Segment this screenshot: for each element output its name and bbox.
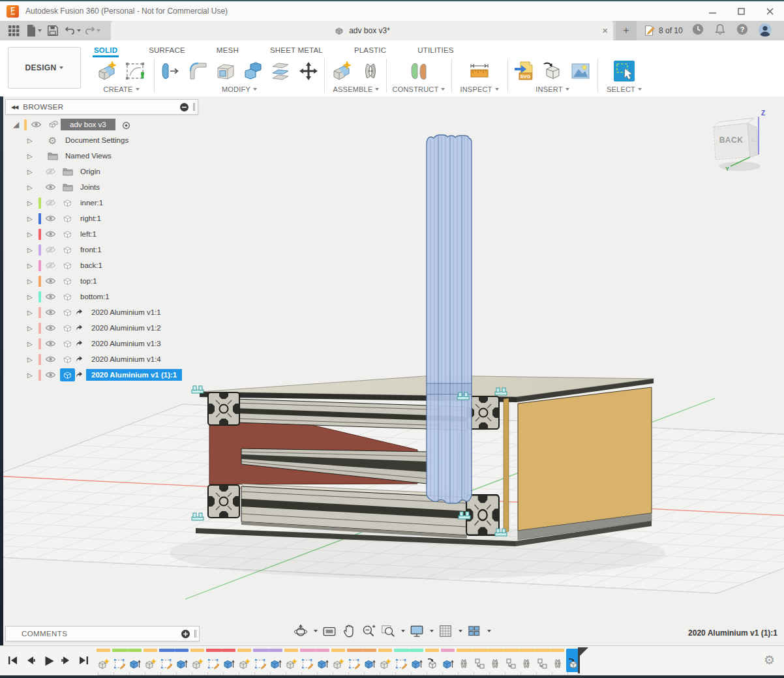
expand-closed-icon[interactable]: ▷ bbox=[27, 278, 38, 285]
timeline-feature-extrude[interactable] bbox=[269, 649, 282, 672]
timeline-feature-sketch[interactable] bbox=[159, 649, 173, 672]
shell-icon[interactable] bbox=[213, 58, 238, 84]
browser-header[interactable]: ◀◀ BROWSER bbox=[5, 99, 198, 115]
display-settings-icon[interactable] bbox=[409, 623, 425, 639]
insert-svg-icon[interactable]: SVG bbox=[511, 58, 537, 84]
fillet-icon[interactable] bbox=[185, 58, 210, 84]
go-to-start-icon[interactable] bbox=[7, 654, 20, 667]
minimize-button[interactable] bbox=[698, 2, 727, 20]
visibility-off-icon[interactable] bbox=[45, 261, 60, 269]
timeline-feature-extrude[interactable] bbox=[128, 649, 142, 672]
browser-item-label[interactable]: Document Settings bbox=[60, 134, 134, 146]
joint-icon[interactable] bbox=[357, 58, 384, 84]
workspace-switcher[interactable]: DESIGN bbox=[8, 47, 81, 89]
timeline-feature-ground[interactable] bbox=[504, 649, 517, 672]
zoom-icon[interactable] bbox=[361, 623, 376, 639]
browser-item-2020-aluminium-v1-1[interactable]: ▷2020 Aluminium v1:1 bbox=[5, 304, 198, 320]
browser-item-label[interactable]: Joints bbox=[75, 181, 105, 193]
construct-dropdown[interactable]: CONSTRUCT bbox=[390, 85, 447, 93]
timeline-feature-joint[interactable] bbox=[519, 649, 533, 672]
browser-item-label[interactable]: inner:1 bbox=[75, 197, 108, 209]
tab-surface[interactable]: SURFACE bbox=[147, 46, 187, 57]
grid-dropdown-icon[interactable] bbox=[459, 630, 462, 632]
undo-icon[interactable] bbox=[64, 22, 81, 39]
save-icon[interactable] bbox=[44, 22, 61, 39]
browser-item-label[interactable]: adv box v3 bbox=[61, 119, 115, 130]
browser-item-label[interactable]: Origin bbox=[75, 166, 106, 177]
orbit-icon[interactable] bbox=[293, 623, 309, 639]
timeline-feature-sketch[interactable] bbox=[253, 649, 267, 672]
visibility-on-icon[interactable] bbox=[45, 183, 60, 191]
panel-drag-grip[interactable] bbox=[193, 103, 195, 111]
visibility-on-icon[interactable] bbox=[45, 277, 60, 285]
timeline-playhead-flag[interactable] bbox=[580, 647, 588, 656]
browser-item-label[interactable]: 2020 Aluminium v1 (1):1 bbox=[86, 369, 182, 381]
timeline-feature-joint[interactable] bbox=[488, 649, 502, 672]
add-comment-icon[interactable] bbox=[181, 629, 190, 639]
collapse-panel-icon[interactable]: ◀◀ bbox=[11, 104, 18, 110]
browser-item-2020-aluminium-v1-3[interactable]: ▷2020 Aluminium v1:3 bbox=[5, 336, 198, 351]
timeline-feature-component[interactable] bbox=[237, 649, 251, 672]
browser-item-label[interactable]: left:1 bbox=[75, 228, 102, 240]
extrusion-cross-section[interactable] bbox=[468, 396, 499, 429]
look-at-icon[interactable] bbox=[322, 623, 337, 639]
timeline-feature-sketch[interactable] bbox=[112, 649, 126, 672]
create-dropdown[interactable]: CREATE bbox=[90, 85, 153, 93]
go-to-end-icon[interactable] bbox=[77, 654, 90, 667]
play-icon[interactable] bbox=[42, 654, 55, 667]
timeline-settings-gear-icon[interactable]: ⚙ bbox=[764, 653, 775, 668]
expand-closed-icon[interactable]: ▷ bbox=[27, 356, 38, 363]
expand-closed-icon[interactable]: ▷ bbox=[27, 199, 38, 207]
insert-dropdown[interactable]: INSERT bbox=[511, 85, 594, 93]
browser-item-top-1[interactable]: ▷top:1 bbox=[5, 273, 198, 289]
visibility-off-icon[interactable] bbox=[45, 246, 60, 254]
measure-icon[interactable] bbox=[466, 58, 492, 84]
activate-component-radio-icon[interactable] bbox=[119, 119, 134, 130]
expand-closed-icon[interactable]: ▷ bbox=[27, 153, 38, 160]
fit-icon[interactable] bbox=[380, 623, 396, 639]
panel-drag-grip[interactable] bbox=[194, 630, 196, 638]
tab-utilities[interactable]: UTILITIES bbox=[416, 46, 455, 57]
browser-item-adv-box-v3[interactable]: ◢adv box v3 bbox=[5, 117, 198, 132]
expand-closed-icon[interactable]: ▷ bbox=[27, 231, 38, 238]
modify-dropdown[interactable]: MODIFY bbox=[158, 85, 321, 93]
display-dropdown-icon[interactable] bbox=[430, 630, 434, 632]
timeline-feature-sketch[interactable] bbox=[394, 649, 408, 672]
insert-canvas-icon[interactable] bbox=[568, 58, 594, 84]
timeline-feature-sketch[interactable] bbox=[300, 649, 314, 672]
timeline-feature-extrude[interactable] bbox=[441, 649, 455, 672]
assemble-dropdown[interactable]: ASSEMBLE bbox=[328, 85, 384, 93]
visibility-on-icon[interactable] bbox=[45, 293, 60, 301]
visibility-on-icon[interactable] bbox=[31, 121, 46, 128]
fit-dropdown-icon[interactable] bbox=[401, 630, 405, 632]
viewports-icon[interactable] bbox=[466, 623, 482, 639]
expand-closed-icon[interactable]: ▷ bbox=[27, 325, 38, 332]
timeline-feature-joint[interactable] bbox=[457, 649, 470, 672]
visibility-on-icon[interactable] bbox=[45, 214, 60, 222]
view-cube[interactable]: BACK L Z Y bbox=[706, 106, 779, 177]
remove-panel-icon[interactable] bbox=[179, 102, 189, 112]
insert-derive-icon[interactable] bbox=[539, 58, 565, 84]
timeline-feature-derive[interactable] bbox=[425, 649, 439, 672]
tab-plastic[interactable]: PLASTIC bbox=[353, 46, 387, 57]
browser-item-left-1[interactable]: ▷left:1 bbox=[5, 226, 198, 242]
history-clock-icon[interactable] bbox=[691, 23, 707, 38]
browser-item-bottom-1[interactable]: ▷bottom:1 bbox=[5, 289, 198, 304]
browser-item-2020-aluminium-v1-4[interactable]: ▷2020 Aluminium v1:4 bbox=[5, 351, 198, 367]
browser-item-label[interactable]: back:1 bbox=[75, 259, 108, 271]
tab-sheet-metal[interactable]: SHEET METAL bbox=[269, 46, 324, 57]
grid-settings-icon[interactable] bbox=[438, 623, 453, 639]
app-grid-icon[interactable] bbox=[5, 22, 22, 39]
new-component-icon[interactable] bbox=[94, 58, 120, 84]
tab-solid[interactable]: SOLID bbox=[93, 46, 119, 57]
timeline-feature-extrude[interactable] bbox=[175, 649, 188, 672]
browser-item-label[interactable]: 2020 Aluminium v1:4 bbox=[86, 353, 166, 365]
extrusion-cross-section[interactable] bbox=[208, 392, 239, 425]
browser-item-inner-1[interactable]: ▷inner:1 bbox=[5, 195, 198, 211]
user-avatar[interactable] bbox=[758, 23, 774, 38]
browser-item-label[interactable]: Named Views bbox=[60, 150, 117, 162]
visibility-off-icon[interactable] bbox=[45, 168, 60, 175]
browser-item-front-1[interactable]: ▷front:1 bbox=[5, 242, 198, 258]
browser-item-document-settings[interactable]: ▷⚙Document Settings bbox=[5, 132, 198, 148]
notifications-bell-icon[interactable] bbox=[714, 23, 729, 38]
